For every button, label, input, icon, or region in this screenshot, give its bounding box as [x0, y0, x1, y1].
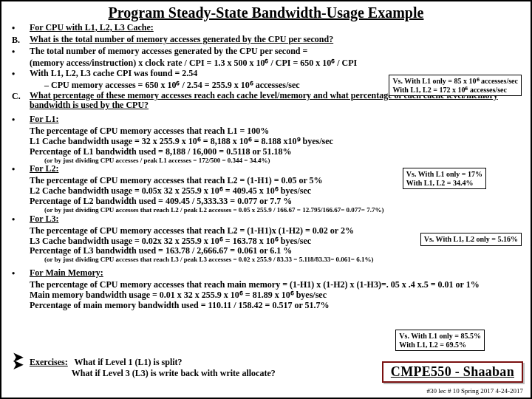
bullet: •: [9, 69, 30, 80]
vs-l1-only-accesses: Vs. With L1 only = 85 x 10⁶ accesses/sec: [392, 77, 518, 86]
exercise-2: What if Level 3 (L3) is write back with …: [72, 368, 276, 378]
l1-bandwidth-pct: Percentage of L1 bandwidth used = 8,188 …: [30, 147, 523, 157]
vs-l1-l2-pct: With L1, L2 = 34.4%: [406, 179, 482, 188]
main-memory-percent: The percentage of CPU memory accesses th…: [30, 280, 523, 290]
l3-bandwidth-pct: Percentage of L3 bandwidth used = 163.78…: [30, 246, 523, 256]
row-l1: • For L1:: [9, 115, 523, 126]
vs-box-accesses: Vs. With L1 only = 85 x 10⁶ accesses/sec…: [389, 75, 522, 96]
page-title: Program Steady-State Bandwidth-Usage Exa…: [9, 4, 523, 21]
vs-box-l2-pct: Vs. With L1, L2 only = 5.16%: [420, 233, 522, 246]
l2-alt-calc: (or by just dividing CPU accesses that r…: [44, 207, 523, 214]
question-b-text: What is the total number of memory acces…: [30, 35, 523, 45]
l1-alt-calc: (or by just dividing CPU accesses / peak…: [44, 157, 523, 165]
row-total-accesses: • The total number of memory accesses ge…: [9, 47, 523, 58]
vs-mm-l1-l2: With L1, L2 = 69.5%: [399, 341, 481, 349]
l3-alt-calc: (or by just dividing CPU accesses that r…: [44, 256, 523, 264]
l3-heading: For L3:: [30, 214, 523, 225]
arrow-icon: ➤➤: [12, 353, 24, 368]
main-memory-bandwidth-pct: Percentage of main memory bandwidth used…: [30, 301, 523, 311]
cpu-cache-heading: For CPU with L1, L2, L3 Cache:: [30, 23, 523, 33]
bullet: •: [9, 23, 30, 34]
row-l3: • For L3:: [9, 214, 523, 225]
bullet: •: [9, 47, 30, 58]
l1-heading: For L1:: [30, 115, 523, 125]
exercises-block: Exercises: What if Level 1 (L1) is split…: [30, 357, 276, 378]
bullet: •: [9, 214, 30, 225]
bullet: •: [9, 268, 30, 279]
row-cpu-heading: • For CPU with L1, L2, L3 Cache:: [9, 23, 523, 34]
row-main-memory: • For Main Memory:: [9, 268, 523, 279]
label-c: C.: [9, 91, 30, 102]
bullet: •: [9, 164, 30, 175]
l2-bandwidth-pct: Percentage of L2 bandwidth used = 409.45…: [30, 197, 523, 207]
total-accesses-formula: (memory access/instruction) x clock rate…: [30, 58, 523, 69]
vs-l1-l2-only-pct: Vs. With L1, L2 only = 5.16%: [424, 235, 518, 244]
l1-bandwidth: L1 Cache bandwidth usage = 32 x 255.9 x …: [30, 137, 523, 147]
vs-l1-only-pct: Vs. With L1 only = 17%: [406, 170, 482, 179]
vs-box-l1-pct: Vs. With L1 only = 17% With L1, L2 = 34.…: [403, 168, 486, 189]
row-question-b: B. What is the total number of memory ac…: [9, 35, 523, 46]
slide: Program Steady-State Bandwidth-Usage Exa…: [0, 0, 532, 399]
course-brand: CMPE550 - Shaaban: [382, 361, 523, 383]
label-b: B.: [9, 35, 30, 46]
main-memory-heading: For Main Memory:: [30, 268, 523, 279]
main-memory-bandwidth: Main memory bandwidth usage = 0.01 x 32 …: [30, 290, 523, 301]
l1-percent: The percentage of CPU memory accesses th…: [30, 126, 523, 137]
exercise-1: What if Level 1 (L1) is split?: [75, 357, 183, 367]
slide-meta: #30 lec # 10 Spring 2017 4-24-2017: [427, 387, 524, 395]
bullet: •: [9, 115, 30, 126]
vs-box-mm-pct: Vs. With L1 only = 85.5% With L1, L2 = 6…: [395, 330, 485, 351]
exercises-label: Exercises:: [30, 357, 68, 367]
total-accesses-text: The total number of memory accesses gene…: [30, 47, 523, 57]
vs-l1-l2-accesses: With L1, L2 = 172 x 10⁶ accesses/sec: [392, 86, 518, 95]
vs-mm-l1-only: Vs. With L1 only = 85.5%: [399, 332, 481, 341]
